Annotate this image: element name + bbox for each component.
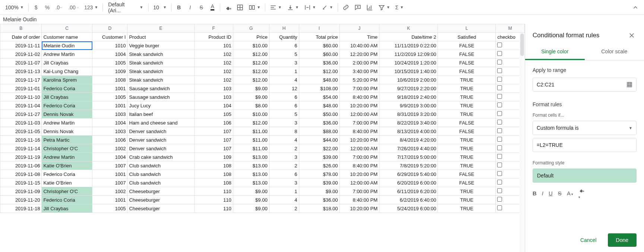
- cell[interactable]: Jill Craybas: [42, 93, 92, 101]
- cell[interactable]: $12.00: [233, 119, 269, 127]
- cell[interactable]: Federico Coria: [42, 101, 92, 110]
- cell[interactable]: 2019-11-15: [0, 179, 42, 187]
- cell[interactable]: $9.00: [233, 187, 269, 196]
- cell[interactable]: 8/31/2019 3:20:00: [379, 110, 438, 119]
- cell[interactable]: 1001: [92, 101, 127, 110]
- cell[interactable]: Jucy Lucy: [127, 101, 194, 110]
- cell[interactable]: Dennis Novak: [42, 127, 92, 136]
- cell[interactable]: 2019-11-05: [0, 127, 42, 136]
- cell[interactable]: 6: [269, 101, 299, 110]
- cell[interactable]: 8:40:00 PM: [340, 196, 379, 204]
- cell[interactable]: 2019-11-02: [0, 50, 42, 59]
- cell[interactable]: 3: [269, 59, 299, 67]
- cell[interactable]: 2019-11-04: [0, 101, 42, 110]
- cell[interactable]: 2019-11-01: [0, 84, 42, 93]
- cell[interactable]: 101: [194, 41, 233, 50]
- cell[interactable]: 108: [194, 161, 233, 170]
- checkbox-icon[interactable]: [497, 171, 502, 176]
- cell[interactable]: 103: [194, 84, 233, 93]
- checkbox-icon[interactable]: [497, 120, 502, 125]
- cell[interactable]: 102: [194, 59, 233, 67]
- column-header-L[interactable]: L: [438, 24, 496, 33]
- cell[interactable]: 107: [194, 144, 233, 153]
- cell[interactable]: $9.00: [299, 187, 340, 196]
- column-header-D[interactable]: D: [92, 24, 127, 33]
- cell[interactable]: 104: [194, 101, 233, 110]
- cell[interactable]: 8/13/2019 4:00:00: [379, 127, 438, 136]
- column-header-H[interactable]: H: [269, 24, 299, 33]
- cell[interactable]: Christopher O'C: [42, 187, 92, 196]
- cell[interactable]: Steak sandwich: [127, 67, 194, 76]
- checkbox-icon[interactable]: [497, 51, 502, 56]
- valign-button[interactable]: ▼: [285, 2, 301, 13]
- cell[interactable]: TRUE: [438, 76, 496, 84]
- column-header-I[interactable]: I: [299, 24, 340, 33]
- cell[interactable]: Club sandwich: [127, 170, 194, 179]
- spreadsheet-grid[interactable]: BCDEFGHIJKLMDate of orderCustomer nameCu…: [0, 24, 525, 252]
- cell[interactable]: TRUE: [438, 144, 496, 153]
- cell[interactable]: $39.00: [299, 179, 340, 187]
- cell[interactable]: Christopher O'C: [42, 144, 92, 153]
- close-panel-button[interactable]: [627, 31, 637, 40]
- cell[interactable]: 6: [269, 41, 299, 50]
- cell[interactable]: Cheeseburger: [127, 196, 194, 204]
- cell[interactable]: Denver sandwich: [127, 127, 194, 136]
- cell[interactable]: $50.00: [299, 110, 340, 119]
- cell[interactable]: $54.00: [299, 93, 340, 101]
- column-header-G[interactable]: G: [233, 24, 269, 33]
- cell[interactable]: 1004: [92, 153, 127, 161]
- cell[interactable]: 7:00:00 PM: [340, 187, 379, 196]
- cell[interactable]: 2019-11-17: [0, 76, 42, 84]
- cell[interactable]: $9.00: [233, 93, 269, 101]
- header-cell[interactable]: Customer I: [92, 33, 127, 41]
- font-select[interactable]: Default (Ari...▼: [105, 2, 146, 13]
- filter-button[interactable]: ▼: [376, 2, 392, 13]
- cell[interactable]: $13.00: [233, 161, 269, 170]
- cell[interactable]: 10/6/2019 2:00:00: [379, 76, 438, 84]
- cell[interactable]: Federico Coria: [42, 196, 92, 204]
- italic-button[interactable]: I: [542, 190, 543, 196]
- cell[interactable]: TRUE: [438, 153, 496, 161]
- header-cell[interactable]: Customer name: [42, 33, 92, 41]
- checkbox-icon[interactable]: [497, 145, 502, 150]
- done-button[interactable]: Done: [608, 233, 637, 247]
- cell[interactable]: 108: [194, 170, 233, 179]
- cell[interactable]: 102: [194, 67, 233, 76]
- fill-color-button[interactable]: ▾: [578, 187, 584, 199]
- cell[interactable]: 1003: [92, 127, 127, 136]
- formula-input[interactable]: =L2=TRUE: [533, 138, 637, 152]
- cell[interactable]: FALSE: [438, 50, 496, 59]
- checkbox-icon[interactable]: [497, 77, 502, 82]
- cell[interactable]: Andrew Martin: [42, 119, 92, 127]
- cell[interactable]: $8.00: [233, 101, 269, 110]
- checkbox-icon[interactable]: [497, 163, 502, 167]
- cell[interactable]: $48.00: [299, 76, 340, 84]
- cell[interactable]: 9/27/2019 2:20:00: [379, 84, 438, 93]
- strike-button[interactable]: S: [558, 190, 562, 196]
- cell[interactable]: 1: [269, 187, 299, 196]
- cell[interactable]: 103: [194, 93, 233, 101]
- header-cell[interactable]: Date/time 2: [379, 33, 438, 41]
- cell[interactable]: $11.00: [233, 144, 269, 153]
- cell[interactable]: 106: [194, 119, 233, 127]
- cell[interactable]: 110: [194, 187, 233, 196]
- header-cell[interactable]: Product ID: [194, 33, 233, 41]
- cell[interactable]: 1002: [92, 144, 127, 153]
- cell[interactable]: 107: [194, 127, 233, 136]
- cell[interactable]: 2: [269, 204, 299, 213]
- cell[interactable]: TRUE: [438, 187, 496, 196]
- cell[interactable]: Melanie Oudin: [42, 41, 92, 50]
- cell[interactable]: $13.00: [233, 179, 269, 187]
- checkbox-icon[interactable]: [497, 180, 502, 185]
- cell[interactable]: 3: [269, 153, 299, 161]
- cell[interactable]: 2019-11-10: [0, 93, 42, 101]
- cell[interactable]: Club sandwich: [127, 161, 194, 170]
- checkbox-icon[interactable]: [497, 103, 502, 107]
- cell[interactable]: Italian beef: [127, 110, 194, 119]
- merge-button[interactable]: ▼: [246, 2, 263, 13]
- cell[interactable]: 4: [269, 196, 299, 204]
- header-cell[interactable]: Time: [340, 33, 379, 41]
- cell[interactable]: TRUE: [438, 110, 496, 119]
- cell[interactable]: 8/22/2019 3:40:00: [379, 119, 438, 127]
- cell[interactable]: 2019-11-11: [0, 41, 42, 50]
